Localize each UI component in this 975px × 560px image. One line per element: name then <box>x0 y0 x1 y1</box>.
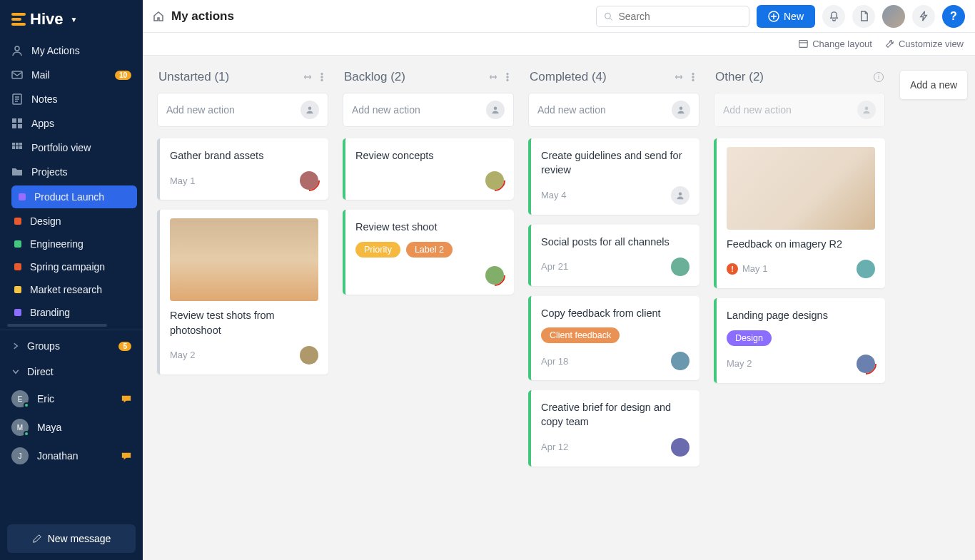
resize-icon[interactable] <box>488 72 498 82</box>
project-product-launch[interactable]: Product Launch <box>11 185 137 208</box>
chat-icon <box>121 451 131 461</box>
board-scroll[interactable]: Unstarted (1)Gather brand assetsMay 1Rev… <box>143 56 975 560</box>
nav-notes[interactable]: Notes <box>0 87 143 111</box>
add-action-input[interactable] <box>157 93 328 127</box>
svg-rect-11 <box>19 146 22 149</box>
assignee-avatar[interactable] <box>300 346 318 365</box>
project-branding[interactable]: Branding <box>6 301 143 324</box>
label-pill[interactable]: Priority <box>355 242 400 258</box>
card[interactable]: Copy feedback from clientClient feedback… <box>528 296 699 380</box>
label-pill[interactable]: Client feedback <box>541 327 620 343</box>
project-design[interactable]: Design <box>6 210 143 233</box>
direct-section[interactable]: Direct <box>0 359 143 385</box>
svg-point-24 <box>692 76 694 78</box>
user-avatar[interactable] <box>882 5 905 28</box>
card-title: Create guidelines and send for review <box>541 148 689 178</box>
card-date: May 4 <box>541 190 566 200</box>
project-engineering[interactable]: Engineering <box>6 233 143 255</box>
label-pill[interactable]: Design <box>727 330 772 346</box>
assign-icon[interactable] <box>672 101 690 119</box>
assignee-avatar[interactable] <box>671 352 689 370</box>
column-header: Completed (4) <box>528 70 699 84</box>
notifications-icon[interactable] <box>822 5 845 28</box>
svg-rect-3 <box>18 118 22 123</box>
change-layout-link[interactable]: Change layout <box>799 39 872 49</box>
search-icon <box>604 11 613 21</box>
user-icon <box>11 45 23 56</box>
resize-icon[interactable] <box>303 72 313 82</box>
search-input[interactable] <box>596 6 749 27</box>
compose-icon <box>32 534 42 544</box>
help-icon[interactable]: ? <box>942 5 965 28</box>
project-market-research[interactable]: Market research <box>6 278 143 301</box>
card[interactable]: Social posts for all channelsApr 21 <box>528 225 699 286</box>
nav-mail[interactable]: Mail10 <box>0 63 143 87</box>
add-action-field[interactable] <box>352 104 486 116</box>
card[interactable]: Creative brief for design and copy teamA… <box>528 390 699 467</box>
home-icon[interactable] <box>153 11 164 22</box>
assignee-avatar[interactable] <box>300 171 318 190</box>
more-icon[interactable] <box>502 72 512 82</box>
svg-point-28 <box>865 107 869 111</box>
file-icon[interactable] <box>852 5 875 28</box>
chevron-down-icon[interactable]: ▼ <box>70 16 77 24</box>
divider <box>0 330 143 330</box>
card[interactable]: Landing page designsDesignMay 2 <box>714 298 885 382</box>
card[interactable]: Review test shootPriorityLabel 2 <box>343 210 514 294</box>
add-column-button[interactable]: Add a new <box>899 70 968 100</box>
assignee-avatar[interactable] <box>671 258 689 276</box>
card[interactable]: Feedback on imagery R2!May 1 <box>714 138 885 288</box>
assign-icon[interactable] <box>486 101 505 119</box>
dm-eric[interactable]: EEric <box>0 385 143 413</box>
assign-icon[interactable] <box>300 101 319 119</box>
customize-view-link[interactable]: Customize view <box>885 39 964 49</box>
svg-point-26 <box>680 107 683 111</box>
groups-section[interactable]: Groups 5 <box>0 333 143 359</box>
logo[interactable]: Hive ▼ <box>0 0 143 39</box>
assignee-avatar[interactable] <box>485 266 504 285</box>
assign-icon[interactable] <box>857 101 876 119</box>
plus-circle-icon <box>768 11 779 22</box>
badge: 10 <box>115 71 131 80</box>
project-color-icon <box>14 218 21 225</box>
card-image <box>170 218 318 301</box>
nav-my-actions[interactable]: My Actions <box>0 39 143 63</box>
card[interactable]: Review test shots from photoshootMay 2 <box>157 210 328 375</box>
assignee-avatar[interactable] <box>857 355 875 373</box>
add-action-input[interactable] <box>343 93 514 127</box>
add-action-input[interactable] <box>528 93 699 127</box>
avatar: M <box>11 419 29 436</box>
assignee-avatar[interactable] <box>671 438 689 457</box>
new-message-button[interactable]: New message <box>7 524 136 553</box>
more-icon[interactable] <box>688 72 698 82</box>
add-action-field[interactable] <box>537 104 672 116</box>
card-footer: May 1 <box>170 171 318 190</box>
assign-icon[interactable] <box>671 186 689 205</box>
project-spring-campaign[interactable]: Spring campaign <box>6 255 143 278</box>
bolt-icon[interactable] <box>912 5 935 28</box>
more-icon[interactable] <box>317 72 327 82</box>
search-field[interactable] <box>619 11 742 22</box>
card[interactable]: Gather brand assetsMay 1 <box>157 138 328 200</box>
svg-rect-8 <box>19 143 22 146</box>
nav-portfolio-view[interactable]: Portfolio view <box>0 136 143 160</box>
label-pill[interactable]: Label 2 <box>406 242 453 258</box>
resize-icon[interactable] <box>674 72 684 82</box>
dm-jonathan[interactable]: JJonathan <box>0 442 143 470</box>
assignee-avatar[interactable] <box>857 260 875 278</box>
card[interactable]: Review concepts <box>343 138 514 200</box>
assignee-avatar[interactable] <box>485 171 504 190</box>
dm-maya[interactable]: MMaya <box>0 413 143 442</box>
avatar: J <box>11 447 29 464</box>
direct-label: Direct <box>27 366 131 377</box>
add-action-field[interactable] <box>166 104 300 116</box>
card[interactable]: Create guidelines and send for reviewMay… <box>528 138 699 215</box>
scrollbar[interactable] <box>7 324 107 327</box>
nav-apps[interactable]: Apps <box>0 111 143 136</box>
nav-projects[interactable]: Projects <box>0 160 143 184</box>
new-button[interactable]: New <box>757 5 815 28</box>
card-title: Social posts for all channels <box>541 235 689 249</box>
card-title: Feedback on imagery R2 <box>727 237 875 251</box>
info-icon[interactable]: i <box>874 72 884 82</box>
subbar: Change layout Customize view <box>143 33 975 56</box>
